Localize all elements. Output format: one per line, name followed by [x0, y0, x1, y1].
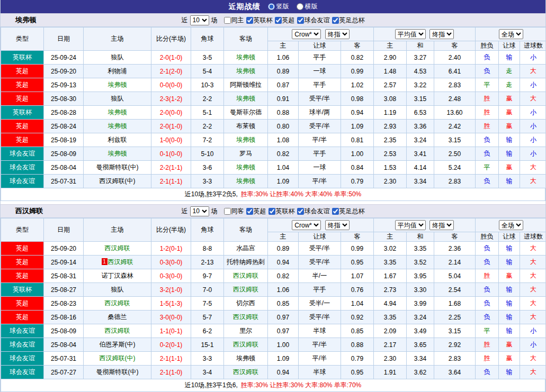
- match-date: 25-08-09: [44, 324, 84, 338]
- odds-stage-select[interactable]: 终指: [325, 220, 350, 230]
- avg-odds-away: 2.92: [434, 338, 476, 352]
- home-team-name: 西汉姆联(中): [100, 177, 136, 185]
- same-venue-filter[interactable]: 同客: [224, 207, 244, 216]
- avg-odds-away: 2.25: [434, 311, 476, 324]
- competition-badge: 球会友谊: [1, 161, 44, 175]
- avg-odds-away: 2.83: [434, 175, 476, 188]
- avg-stage-select[interactable]: 终指: [429, 220, 454, 230]
- everton-matches-table: 类型 日期 主场 比分(半场) 角球 客场 Crow* 终指 平均值 终指 全场: [1, 27, 546, 188]
- filter-fa-cup[interactable]: 英足总杯: [332, 16, 365, 25]
- record-summary: 近10场,胜3平2负5,胜率:30% 让胜率:40% 大率:40% 单率:50%: [1, 188, 545, 201]
- handicap-result: 走: [499, 78, 520, 92]
- home-team: 西汉姆联(中): [84, 352, 151, 366]
- team-section-header: 西汉姆联 近 10 场 同客 英超 英联杯 球会友谊 英足: [1, 204, 545, 218]
- team-section-header: 埃弗顿 近 10 场 同主 英联杯 英超 球会友谊 英足总: [1, 13, 545, 27]
- fa-cup-checkbox[interactable]: [332, 17, 339, 24]
- corner-count: 8-8: [191, 242, 224, 256]
- away-team: 埃弗顿: [224, 51, 268, 65]
- corner-count: 5-10: [191, 147, 224, 161]
- competition-badge: 球会友谊: [1, 366, 44, 379]
- competition-badge: 英联杯: [1, 283, 44, 297]
- col-home: 主场: [84, 218, 151, 242]
- away-team-name: 西汉姆联: [233, 341, 258, 348]
- handicap-line: 平手: [299, 147, 341, 161]
- league-cup-checkbox[interactable]: [246, 17, 253, 24]
- competition-badge: 英超: [1, 256, 44, 269]
- avg-company-select[interactable]: 平均值: [395, 29, 426, 39]
- handicap-line: 球半/两: [299, 106, 341, 120]
- col-type: 类型: [1, 28, 44, 51]
- handicap-line: 一球: [299, 161, 341, 175]
- odds-stage-select[interactable]: 终指: [325, 29, 350, 39]
- avg-odds-draw: 3.22: [407, 78, 434, 92]
- competition-badge: 英联杯: [1, 51, 44, 65]
- col-away: 客场: [224, 218, 268, 242]
- filter-club-friendly[interactable]: 球会友谊: [297, 207, 330, 216]
- col-score: 比分(半场): [151, 28, 191, 51]
- match-score: 2-2(1-1): [151, 161, 191, 175]
- avg-odds-away: 2.36: [434, 242, 476, 256]
- away-team: 阿斯顿维拉: [224, 78, 268, 92]
- same-venue-filter[interactable]: 同主: [224, 16, 244, 25]
- league-cup-checkbox[interactable]: [268, 208, 275, 215]
- subcol-goals: 进球数: [520, 41, 546, 51]
- horizontal-radio[interactable]: [297, 3, 303, 10]
- layout-option-vertical[interactable]: 竖版: [268, 2, 289, 11]
- avg-odds-draw: 3.99: [407, 297, 434, 311]
- home-team: 桑德兰: [84, 311, 151, 324]
- subcol-home-odds: 主: [268, 232, 299, 242]
- handicap-odds-away: 1.04: [341, 297, 374, 311]
- club-friendly-checkbox[interactable]: [297, 208, 304, 215]
- club-friendly-checkbox[interactable]: [297, 17, 304, 24]
- win-loss-result: 平: [476, 78, 499, 92]
- home-team-name: 利物浦: [108, 67, 127, 75]
- handicap-odds-home: 1.08: [268, 133, 299, 147]
- handicap-odds-away: 0.79: [341, 352, 374, 366]
- subcol-draw: 和: [407, 232, 434, 242]
- match-date: 25-08-24: [44, 120, 84, 133]
- handicap-odds-away: 0.88: [341, 338, 374, 352]
- handicap-line: 受平/半: [299, 311, 341, 324]
- filter-premier-league[interactable]: 英超: [275, 16, 295, 25]
- corner-count: 3-3: [191, 175, 224, 188]
- filter-league-cup[interactable]: 英联杯: [246, 16, 273, 25]
- match-count-select[interactable]: 10: [190, 206, 209, 216]
- match-score: 0-3(0-0): [151, 269, 191, 283]
- odds-company-select[interactable]: Crow*: [292, 220, 321, 230]
- filter-league-cup[interactable]: 英联杯: [268, 207, 295, 216]
- filter-premier-league[interactable]: 英超: [246, 207, 266, 216]
- win-loss-result: 负: [476, 65, 499, 78]
- filter-club-friendly[interactable]: 球会友谊: [297, 16, 330, 25]
- same-venue-checkbox[interactable]: [224, 17, 231, 24]
- home-team-name: 西汉姆联: [105, 299, 130, 307]
- avg-odds-draw: 3.30: [407, 283, 434, 297]
- avg-company-select[interactable]: 平均值: [395, 220, 426, 230]
- layout-option-horizontal[interactable]: 横版: [297, 2, 318, 11]
- corner-count: 10-3: [191, 78, 224, 92]
- filter-fa-cup[interactable]: 英足总杯: [332, 207, 365, 216]
- win-loss-result: 胜: [476, 92, 499, 106]
- handicap-odds-away: 0.81: [341, 133, 374, 147]
- corner-count: 7-5: [191, 297, 224, 311]
- match-row: 球会友谊25-07-31西汉姆联(中)2-1(1-1)3-3埃弗顿1.09平/半…: [1, 175, 546, 188]
- premier-league-checkbox[interactable]: [275, 17, 282, 24]
- win-loss-result: 平: [476, 324, 499, 338]
- match-row: 英超25-08-24埃弗顿2-0(1-0)2-2布莱顿0.80受平/半1.092…: [1, 120, 546, 133]
- fa-cup-checkbox[interactable]: [332, 208, 339, 215]
- near-label: 近: [182, 16, 188, 25]
- match-count-select[interactable]: 10: [190, 15, 209, 25]
- premier-league-checkbox[interactable]: [246, 208, 253, 215]
- odds-company-select[interactable]: Crow*: [292, 29, 321, 39]
- avg-stage-select[interactable]: 终指: [429, 29, 454, 39]
- col-score: 比分(半场): [151, 218, 191, 242]
- match-score: 2-1(1-1): [151, 352, 191, 366]
- summary-record: 近10场,胜3平1负6,: [185, 381, 238, 389]
- vertical-radio[interactable]: [268, 3, 275, 10]
- home-team-name: 西汉姆联: [105, 244, 130, 252]
- same-venue-checkbox[interactable]: [224, 208, 231, 215]
- scope-select[interactable]: 全场: [499, 29, 523, 39]
- away-team-name: 西汉姆联: [233, 368, 258, 376]
- scope-select[interactable]: 全场: [499, 220, 523, 230]
- home-team-name: 西汉姆联: [105, 327, 130, 334]
- goals-result: 小: [520, 106, 546, 120]
